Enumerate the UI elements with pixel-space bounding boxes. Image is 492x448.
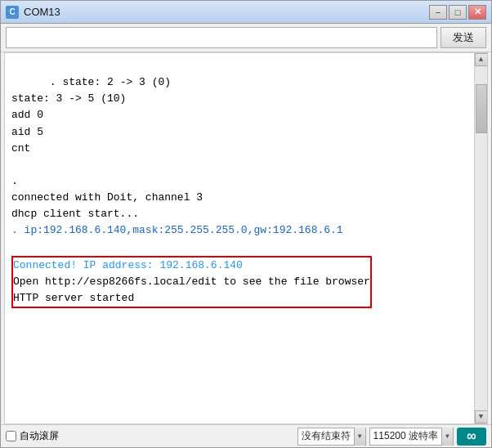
console-output[interactable]: . state: 2 -> 3 (0) state: 3 -> 5 (10) a… (5, 53, 474, 423)
maximize-button[interactable]: □ (449, 5, 467, 20)
console-line: cnt (11, 142, 30, 155)
line-ending-arrow[interactable]: ▼ (354, 428, 365, 446)
bottom-bar: 自动滚屏 没有结束符 ▼ 115200 波特率 ▼ ∞ (1, 424, 491, 447)
title-bar: C COM13 − □ ✕ (1, 1, 491, 24)
title-bar-left: C COM13 (6, 6, 60, 19)
close-button[interactable]: ✕ (468, 5, 486, 20)
autoscroll-label: 自动滚屏 (20, 429, 59, 443)
send-button[interactable]: 发送 (441, 27, 486, 48)
scroll-up-button[interactable]: ▲ (475, 53, 488, 66)
scroll-down-button[interactable]: ▼ (475, 410, 488, 423)
console-line: add 0 (11, 109, 43, 121)
highlighted-line-3: HTTP server started (13, 292, 134, 304)
toolbar: 发送 (1, 24, 491, 52)
autoscroll-checkbox[interactable] (6, 431, 16, 441)
autoscroll-container: 自动滚屏 (6, 429, 59, 443)
arduino-logo: ∞ (457, 428, 486, 446)
scrollbar: ▲ ▼ (474, 53, 487, 423)
line-ending-value: 没有结束符 (298, 429, 354, 443)
highlighted-line-1: Connected! IP address: 192.168.6.140 (13, 259, 243, 271)
console-line: . state: 2 -> 3 (0) (50, 76, 171, 88)
message-input[interactable] (6, 27, 437, 48)
arduino-infinity-icon: ∞ (467, 429, 476, 444)
console-line: connected with Doit, channel 3 (11, 191, 203, 204)
console-line: aid 5 (11, 126, 43, 138)
baud-rate-arrow[interactable]: ▼ (441, 428, 453, 446)
baud-rate-value: 115200 波特率 (370, 429, 441, 443)
app-icon: C (6, 6, 19, 19)
baud-rate-dropdown[interactable]: 115200 波特率 ▼ (369, 428, 454, 446)
scrollbar-track[interactable] (475, 66, 487, 410)
highlighted-line-2: Open http://esp8266fs.local/edit to see … (13, 276, 370, 288)
console-line: state: 3 -> 5 (10) (11, 92, 126, 105)
bottom-right-controls: 没有结束符 ▼ 115200 波特率 ▼ ∞ (297, 428, 486, 446)
window-controls: − □ ✕ (429, 5, 486, 20)
console-line: . (11, 175, 18, 187)
highlighted-section: Connected! IP address: 192.168.6.140 Ope… (11, 256, 372, 308)
window-title: COM13 (24, 6, 60, 18)
console-line-ip: . ip:192.168.6.140,mask:255.255.255.0,gw… (11, 224, 343, 236)
console-area: . state: 2 -> 3 (0) state: 3 -> 5 (10) a… (4, 52, 488, 424)
scrollbar-thumb[interactable] (476, 84, 487, 133)
console-line: dhcp client start... (11, 208, 139, 220)
line-ending-dropdown[interactable]: 没有结束符 ▼ (297, 428, 366, 446)
main-window: C COM13 − □ ✕ 发送 . state: 2 -> 3 (0) sta… (0, 0, 492, 448)
minimize-button[interactable]: − (429, 5, 447, 20)
